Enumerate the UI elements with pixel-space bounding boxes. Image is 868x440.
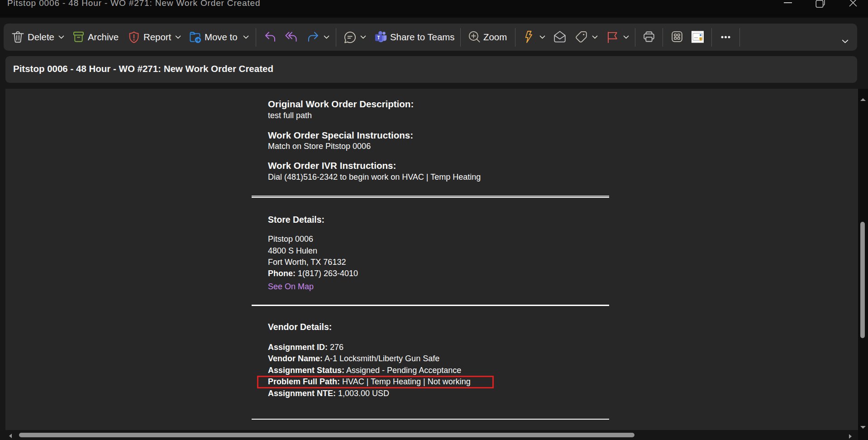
svg-text:T: T bbox=[377, 35, 380, 40]
